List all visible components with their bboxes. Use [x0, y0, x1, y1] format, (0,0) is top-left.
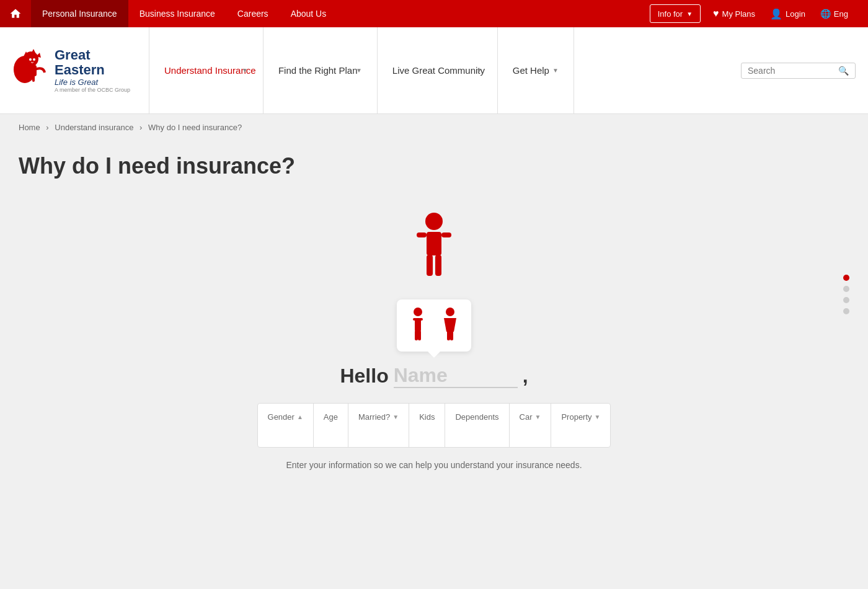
- svg-rect-19: [413, 318, 417, 321]
- understand-chevron-icon: ▼: [242, 67, 248, 74]
- nav-live-great-community[interactable]: Live Great Community ▼: [378, 27, 498, 114]
- info-cards: Gender ▲ Age Married? ▼ Kids: [257, 403, 611, 448]
- logo-lion-icon: [12, 48, 50, 94]
- svg-point-23: [446, 308, 454, 316]
- logo-eastern-text: Eastern: [55, 63, 130, 78]
- married-card[interactable]: Married? ▼: [348, 404, 409, 447]
- search-input[interactable]: [748, 66, 835, 76]
- search-icon: 🔍: [838, 66, 849, 76]
- property-chevron-icon: ▼: [595, 414, 601, 420]
- nav-understand-insurance[interactable]: Understand Insurance ▼: [149, 27, 264, 114]
- male-gender-option[interactable]: [407, 307, 429, 344]
- breadcrumb: Home › Understand insurance › Why do I n…: [0, 114, 868, 141]
- find-plan-chevron-icon: ▼: [356, 67, 362, 74]
- nav-find-right-plan[interactable]: Find the Right Plan ▼: [264, 27, 378, 114]
- nav-get-help[interactable]: Get Help ▼: [498, 27, 574, 114]
- hello-label: Hello: [340, 365, 388, 388]
- main-nav-items: Understand Insurance ▼ Find the Right Pl…: [149, 27, 728, 114]
- svg-rect-13: [417, 232, 427, 237]
- search-box[interactable]: 🔍: [741, 63, 856, 79]
- svg-rect-26: [451, 318, 455, 321]
- top-nav-right: Info for ▼ ♥ My Plans 👤 Login 🌐 Eng: [650, 0, 868, 27]
- kids-card[interactable]: Kids: [409, 404, 445, 447]
- svg-point-11: [425, 213, 443, 230]
- svg-rect-27: [447, 330, 450, 340]
- nav-about-us[interactable]: About Us: [280, 0, 338, 27]
- page-title: Why do I need insurance?: [19, 153, 849, 179]
- breadcrumb-understand[interactable]: Understand insurance: [55, 123, 133, 132]
- get-help-chevron-icon: ▼: [552, 67, 559, 74]
- svg-marker-3: [31, 49, 36, 54]
- logo-great-text: Great: [55, 48, 130, 63]
- logo[interactable]: Great Eastern Life is Great A member of …: [12, 48, 136, 94]
- svg-point-17: [414, 308, 422, 316]
- info-for-button[interactable]: Info for ▼: [650, 4, 701, 23]
- married-label: Married?: [358, 412, 390, 422]
- married-chevron-icon: ▼: [392, 414, 399, 420]
- top-nav: Personal Insurance Business Insurance Ca…: [0, 0, 868, 27]
- age-card[interactable]: Age: [314, 404, 348, 447]
- svg-rect-9: [26, 73, 29, 82]
- hello-row: Hello ,: [340, 364, 528, 388]
- info-for-chevron-icon: ▼: [686, 11, 693, 17]
- name-input[interactable]: [394, 364, 518, 388]
- gender-label: Gender: [268, 412, 294, 422]
- my-plans-button[interactable]: ♥ My Plans: [706, 0, 763, 27]
- dependents-card[interactable]: Dependents: [445, 404, 509, 447]
- gender-chevron-icon: ▲: [297, 414, 303, 420]
- breadcrumb-sep-2: ›: [140, 123, 142, 132]
- svg-rect-20: [419, 318, 423, 321]
- car-card[interactable]: Car ▼: [510, 404, 552, 447]
- gender-card[interactable]: Gender ▲: [258, 404, 314, 447]
- logo-tagline: Life is Great: [55, 78, 130, 87]
- language-button[interactable]: 🌐 Eng: [813, 0, 856, 27]
- svg-rect-16: [435, 255, 441, 276]
- svg-rect-15: [427, 255, 433, 276]
- svg-rect-12: [427, 232, 441, 255]
- lang-icon: 🌐: [820, 9, 831, 19]
- user-icon: 👤: [770, 8, 782, 20]
- svg-point-6: [29, 58, 32, 61]
- secondary-nav: Great Eastern Life is Great A member of …: [0, 27, 868, 114]
- svg-rect-14: [441, 232, 451, 237]
- property-label: Property: [561, 412, 591, 422]
- logo-member-text: A member of the OCBC Group: [55, 87, 130, 93]
- nav-careers[interactable]: Careers: [226, 0, 280, 27]
- heart-icon: ♥: [713, 8, 719, 19]
- svg-rect-22: [418, 330, 421, 340]
- breadcrumb-sep-1: ›: [46, 123, 48, 132]
- person-figure: [409, 210, 459, 287]
- age-label: Age: [324, 412, 338, 422]
- page-content: Why do I need insurance?: [0, 141, 868, 589]
- nav-personal-insurance[interactable]: Personal Insurance: [31, 0, 128, 27]
- svg-point-5: [27, 55, 37, 66]
- community-chevron-icon: ▼: [476, 67, 482, 74]
- sidebar-dots: [843, 275, 849, 314]
- female-gender-option[interactable]: [439, 307, 461, 344]
- svg-point-7: [33, 58, 35, 61]
- home-button[interactable]: [0, 0, 31, 27]
- property-card[interactable]: Property ▼: [551, 404, 610, 447]
- svg-rect-28: [450, 330, 453, 340]
- svg-rect-25: [445, 318, 449, 321]
- breadcrumb-home[interactable]: Home: [19, 123, 40, 132]
- login-button[interactable]: 👤 Login: [763, 0, 813, 27]
- sidebar-dot-4[interactable]: [843, 308, 849, 314]
- car-label: Car: [520, 412, 533, 422]
- car-chevron-icon: ▼: [535, 414, 541, 420]
- comma-label: ,: [523, 365, 528, 388]
- sidebar-dot-2[interactable]: [843, 286, 849, 292]
- helper-text: Enter your information so we can help yo…: [286, 460, 582, 470]
- sidebar-dot-1[interactable]: [843, 275, 849, 281]
- breadcrumb-current: Why do I need insurance?: [148, 123, 242, 132]
- gender-selector[interactable]: [397, 299, 471, 352]
- sidebar-dot-3[interactable]: [843, 297, 849, 303]
- kids-label: Kids: [419, 412, 435, 422]
- interactive-area: Hello , Gender ▲ Age Married? ▼: [19, 198, 849, 482]
- svg-rect-21: [415, 330, 418, 340]
- svg-rect-10: [32, 73, 35, 82]
- dependents-label: Dependents: [455, 412, 498, 422]
- top-nav-left: Personal Insurance Business Insurance Ca…: [0, 0, 650, 27]
- nav-business-insurance[interactable]: Business Insurance: [128, 0, 226, 27]
